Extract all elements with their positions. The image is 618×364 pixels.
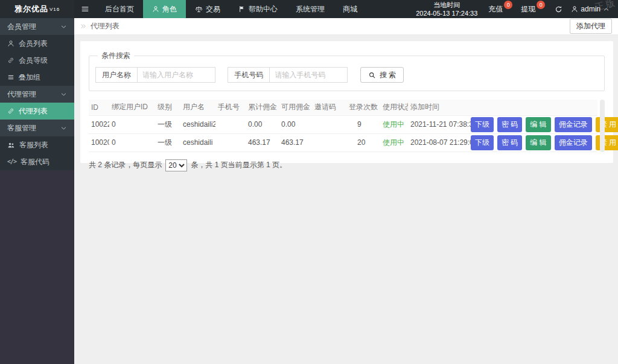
column-header: 登录次数 bbox=[346, 100, 380, 115]
phone-input[interactable] bbox=[269, 67, 348, 83]
password-button[interactable]: 密 码 bbox=[497, 117, 522, 132]
password-button[interactable]: 密 码 bbox=[497, 135, 522, 150]
username-input[interactable] bbox=[137, 67, 215, 83]
nav-item-trade[interactable]: 交易 bbox=[186, 0, 229, 18]
menu-icon bbox=[81, 5, 89, 13]
sidebar-item-stack-group[interactable]: 叠加组 bbox=[0, 69, 74, 86]
username-field-group: 用户名称 bbox=[95, 67, 215, 83]
row-actions: 下级密 码编 辑佣金记录禁 用 bbox=[471, 115, 597, 133]
sidebar-item-label: 会员等级 bbox=[19, 56, 48, 66]
column-header: 使用状态 bbox=[380, 100, 408, 115]
page-size-select[interactable]: 20 bbox=[165, 159, 187, 171]
table-row: 100220一级ceshidaili20.000.009使用中2021-11-2… bbox=[89, 115, 597, 133]
cell-available-commission: 463.17 bbox=[279, 133, 312, 152]
edit-button[interactable]: 编 辑 bbox=[526, 135, 550, 150]
user-menu[interactable]: admin bbox=[571, 5, 610, 13]
disable-button[interactable]: 禁 用 bbox=[596, 135, 618, 150]
app-logo-text: 雅尔优品 bbox=[14, 4, 48, 14]
recharge-badge: 0 bbox=[504, 1, 512, 9]
commission-log-button[interactable]: 佣金记录 bbox=[555, 135, 592, 150]
withdraw-badge: 0 bbox=[537, 1, 545, 9]
commission-log-button[interactable]: 佣金记录 bbox=[555, 117, 592, 132]
pagination-suffix: 条，共 1 页当前显示第 1 页。 bbox=[191, 160, 287, 170]
user-icon bbox=[152, 5, 159, 13]
cell-status: 使用中 bbox=[380, 115, 408, 133]
table-scrollbar[interactable] bbox=[600, 100, 605, 152]
disable-button[interactable]: 禁 用 bbox=[596, 117, 618, 132]
scale-icon bbox=[195, 5, 203, 13]
withdraw-label: 提现 bbox=[521, 4, 535, 14]
app-logo-version: V16 bbox=[49, 7, 60, 12]
refresh-button[interactable] bbox=[555, 5, 562, 13]
search-fieldset: 条件搜索 用户名称 手机号码 搜 索 bbox=[89, 51, 605, 91]
chevron-up-icon bbox=[603, 6, 610, 13]
cell-phone bbox=[215, 115, 246, 133]
nav-item-mall[interactable]: 商城 bbox=[334, 0, 366, 18]
search-legend: 条件搜索 bbox=[98, 51, 134, 61]
user-icon bbox=[7, 40, 14, 47]
column-header: 邀请码 bbox=[312, 100, 346, 115]
cell-level: 一级 bbox=[155, 115, 180, 133]
nav-item-label: 商城 bbox=[343, 4, 357, 14]
cell-total-commission: 463.17 bbox=[246, 133, 279, 152]
chevron-down-icon bbox=[60, 24, 67, 30]
sidebar-section-label: 会员管理 bbox=[7, 22, 36, 32]
column-header-actions bbox=[471, 100, 597, 115]
topbar: 雅尔优品V16 后台首页角色交易帮助中心系统管理商城 当地时间 2024-05-… bbox=[0, 0, 618, 18]
phone-field-label: 手机号码 bbox=[228, 67, 269, 83]
cell-bind-user-id: 0 bbox=[109, 115, 155, 133]
sidebar-item-agent-list[interactable]: 代理列表 bbox=[0, 103, 74, 120]
cell-username: ceshidaili bbox=[180, 133, 215, 152]
column-header: 绑定用户ID bbox=[109, 100, 155, 115]
sidebar: 会员管理会员列表会员等级叠加组代理管理代理列表客服管理客服列表</>客服代码 bbox=[0, 18, 74, 364]
sidebar-section-agent[interactable]: 代理管理 bbox=[0, 86, 74, 103]
breadcrumb[interactable]: 代理列表 bbox=[91, 21, 119, 31]
cell-username: ceshidaili2 bbox=[180, 115, 215, 133]
sidebar-section-label: 代理管理 bbox=[7, 89, 36, 100]
content-card: 条件搜索 用户名称 手机号码 搜 索 ID绑定用户ID级别用户名手机号累计佣金可… bbox=[80, 41, 613, 163]
nav-item-label: 帮助中心 bbox=[249, 4, 278, 14]
username-field-label: 用户名称 bbox=[95, 67, 137, 83]
cell-status: 使用中 bbox=[380, 133, 408, 152]
phone-field-group: 手机号码 bbox=[228, 67, 348, 83]
sidebar-section-service[interactable]: 客服管理 bbox=[0, 120, 74, 136]
nav-item-dashboard[interactable]: 后台首页 bbox=[96, 0, 143, 18]
search-button[interactable]: 搜 索 bbox=[360, 67, 404, 83]
subordinate-button[interactable]: 下级 bbox=[471, 135, 494, 150]
breadcrumb-bar: 代理列表 添加代理 bbox=[74, 18, 618, 35]
cell-id: 10020 bbox=[89, 133, 109, 152]
column-header: ID bbox=[89, 100, 109, 115]
sidebar-item-label: 客服代码 bbox=[21, 157, 49, 167]
sidebar-item-service-code[interactable]: </>客服代码 bbox=[0, 153, 74, 170]
pagination-prefix: 共 2 条记录，每页显示 bbox=[89, 160, 162, 170]
sidebar-item-member-list[interactable]: 会员列表 bbox=[0, 35, 74, 52]
add-agent-button[interactable]: 添加代理 bbox=[570, 19, 612, 34]
search-button-label: 搜 索 bbox=[380, 70, 396, 80]
link-icon bbox=[7, 57, 14, 64]
column-header: 用户名 bbox=[180, 100, 215, 115]
sidebar-toggle-button[interactable] bbox=[74, 0, 96, 18]
nav-item-roles[interactable]: 角色 bbox=[143, 0, 186, 18]
angles-right-icon bbox=[80, 23, 87, 30]
sidebar-item-member-level[interactable]: 会员等级 bbox=[0, 52, 74, 69]
local-time-value: 2024-05-13 17:24:33 bbox=[416, 9, 477, 18]
cell-login-count: 9 bbox=[346, 115, 380, 133]
table-area: ID绑定用户ID级别用户名手机号累计佣金可用佣金邀请码登录次数使用状态添加时间 … bbox=[89, 100, 605, 152]
chevron-down-icon bbox=[60, 91, 67, 98]
withdraw-link[interactable]: 提现 0 bbox=[521, 0, 535, 18]
edit-button[interactable]: 编 辑 bbox=[526, 117, 550, 132]
sidebar-section-member[interactable]: 会员管理 bbox=[0, 18, 74, 35]
recharge-link[interactable]: 充值 0 bbox=[488, 0, 503, 18]
topbar-right: 当地时间 2024-05-13 17:24:33 充值 0 提现 0 admin bbox=[416, 0, 618, 18]
pagination: 共 2 条记录，每页显示 20 条，共 1 页当前显示第 1 页。 bbox=[89, 159, 605, 171]
nav-item-system[interactable]: 系统管理 bbox=[287, 0, 334, 18]
nav-item-label: 角色 bbox=[162, 4, 177, 14]
sidebar-item-service-list[interactable]: 客服列表 bbox=[0, 136, 74, 153]
column-header: 手机号 bbox=[215, 100, 246, 115]
column-header: 级别 bbox=[155, 100, 180, 115]
nav-item-help-center[interactable]: 帮助中心 bbox=[229, 0, 287, 18]
cell-login-count: 20 bbox=[346, 133, 380, 152]
subordinate-button[interactable]: 下级 bbox=[471, 117, 494, 132]
user-icon bbox=[571, 5, 578, 13]
flag-icon bbox=[238, 5, 246, 13]
